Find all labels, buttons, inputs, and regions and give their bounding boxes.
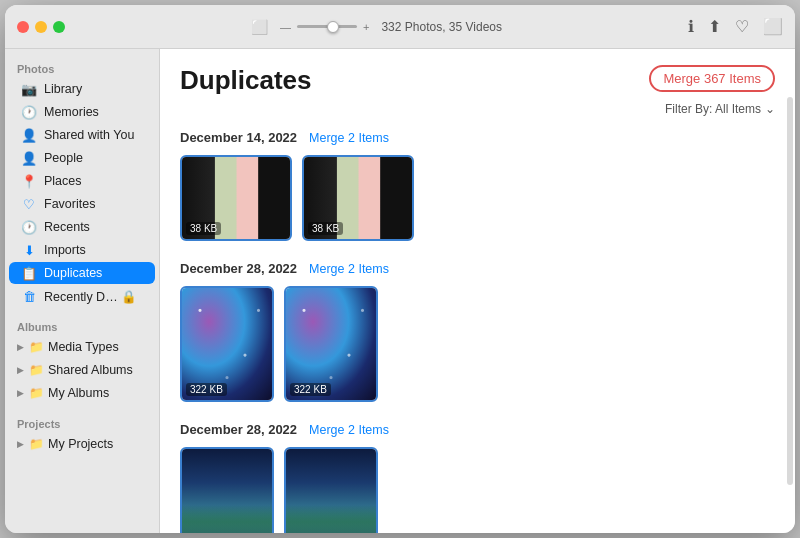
sidebar-label-media-types: Media Types — [48, 340, 119, 354]
scrollbar[interactable] — [787, 97, 793, 484]
expand-icon-2: ▶ — [17, 365, 24, 375]
sidebar-item-shared-albums[interactable]: ▶ 📁 Shared Albums — [9, 359, 155, 381]
sidebar-toggle-icon[interactable]: ⬜ — [251, 19, 268, 35]
sidebar-item-my-albums[interactable]: ▶ 📁 My Albums — [9, 382, 155, 404]
recents-icon: 🕐 — [21, 219, 37, 235]
merge-all-button[interactable]: Merge 367 Items — [649, 65, 775, 92]
sidebar-item-library[interactable]: 📷 Library — [9, 78, 155, 100]
sidebar-label-recents: Recents — [44, 220, 90, 234]
people-icon: 👤 — [21, 150, 37, 166]
expand-icon-4: ▶ — [17, 439, 24, 449]
content-area: Photos 📷 Library 🕐 Memories 👤 Shared wit… — [5, 49, 795, 533]
filter-bar[interactable]: Filter By: All Items ⌄ — [180, 102, 775, 116]
sidebar-label-people: People — [44, 151, 83, 165]
shared-albums-icon: 📁 — [28, 362, 44, 378]
duplicates-icon: 📋 — [21, 265, 37, 281]
shared-icon: 👤 — [21, 127, 37, 143]
sidebar-item-duplicates[interactable]: 📋 Duplicates — [9, 262, 155, 284]
my-albums-icon: 📁 — [28, 385, 44, 401]
minimize-button[interactable] — [35, 21, 47, 33]
recently-deleted-icon: 🗑 — [21, 288, 37, 304]
photo-grid-3 — [180, 447, 775, 533]
photo-label-2b: 322 KB — [290, 383, 331, 396]
share-icon[interactable]: ⬆ — [708, 17, 721, 36]
projects-section-label: Projects — [5, 412, 159, 432]
sidebar-label-library: Library — [44, 82, 82, 96]
sidebar-item-recently-deleted[interactable]: 🗑 Recently D… 🔒 — [9, 285, 155, 307]
photo-thumb-2b[interactable]: 322 KB — [284, 286, 378, 402]
photo-thumb-3a[interactable] — [180, 447, 274, 533]
section-date-2: December 28, 2022 — [180, 261, 297, 276]
favorites-icon: ♡ — [21, 196, 37, 212]
main-header: Duplicates Merge 367 Items — [180, 65, 775, 96]
media-types-icon: 📁 — [28, 339, 44, 355]
info-icon[interactable]: ℹ — [688, 17, 694, 36]
photo-thumb-1a[interactable]: 38 KB — [180, 155, 292, 241]
sidebar-label-memories: Memories — [44, 105, 99, 119]
sidebar-item-media-types[interactable]: ▶ 📁 Media Types — [9, 336, 155, 358]
sidebar-label-places: Places — [44, 174, 82, 188]
sidebar: Photos 📷 Library 🕐 Memories 👤 Shared wit… — [5, 49, 160, 533]
filter-label: Filter By: All Items — [665, 102, 761, 116]
photo-label-1a: 38 KB — [186, 222, 221, 235]
sidebar-label-recently-deleted: Recently D… 🔒 — [44, 289, 137, 304]
section-header-2: December 28, 2022 Merge 2 Items — [180, 261, 775, 276]
merge-link-3[interactable]: Merge 2 Items — [309, 423, 389, 437]
expand-icon: ▶ — [17, 342, 24, 352]
photo-grid-1: 38 KB 38 KB — [180, 155, 775, 241]
albums-section-label: Albums — [5, 315, 159, 335]
my-projects-icon: 📁 — [28, 436, 44, 452]
sidebar-item-my-projects[interactable]: ▶ 📁 My Projects — [9, 433, 155, 455]
photo-grid-2: 322 KB 322 KB — [180, 286, 775, 402]
main-content: Duplicates Merge 367 Items Filter By: Al… — [160, 49, 795, 533]
crop-icon[interactable]: ⬜ — [763, 17, 783, 36]
sidebar-item-places[interactable]: 📍 Places — [9, 170, 155, 192]
expand-icon-3: ▶ — [17, 388, 24, 398]
imports-icon: ⬇ — [21, 242, 37, 258]
merge-link-2[interactable]: Merge 2 Items — [309, 262, 389, 276]
section-date-3: December 28, 2022 — [180, 422, 297, 437]
sidebar-label-imports: Imports — [44, 243, 86, 257]
photo-thumb-3b[interactable] — [284, 447, 378, 533]
close-button[interactable] — [17, 21, 29, 33]
section-header-3: December 28, 2022 Merge 2 Items — [180, 422, 775, 437]
sidebar-item-shared-with-you[interactable]: 👤 Shared with You — [9, 124, 155, 146]
merge-link-1[interactable]: Merge 2 Items — [309, 131, 389, 145]
library-icon: 📷 — [21, 81, 37, 97]
sidebar-item-people[interactable]: 👤 People — [9, 147, 155, 169]
photo-thumb-1b[interactable]: 38 KB — [302, 155, 414, 241]
sidebar-label-favorites: Favorites — [44, 197, 95, 211]
sidebar-item-memories[interactable]: 🕐 Memories — [9, 101, 155, 123]
window-title: 332 Photos, 35 Videos — [381, 20, 502, 34]
sidebar-label-shared: Shared with You — [44, 128, 134, 142]
heart-icon[interactable]: ♡ — [735, 17, 749, 36]
photo-label-1b: 38 KB — [308, 222, 343, 235]
places-icon: 📍 — [21, 173, 37, 189]
memories-icon: 🕐 — [21, 104, 37, 120]
sidebar-label-my-albums: My Albums — [48, 386, 109, 400]
page-title: Duplicates — [180, 65, 312, 96]
titlebar: ⬜ — + 332 Photos, 35 Videos ℹ ⬆ ♡ ⬜ — [5, 5, 795, 49]
photo-thumb-2a[interactable]: 322 KB — [180, 286, 274, 402]
sidebar-item-recents[interactable]: 🕐 Recents — [9, 216, 155, 238]
sidebar-item-imports[interactable]: ⬇ Imports — [9, 239, 155, 261]
photos-section-label: Photos — [5, 57, 159, 77]
maximize-button[interactable] — [53, 21, 65, 33]
sidebar-label-duplicates: Duplicates — [44, 266, 102, 280]
filter-chevron-icon: ⌄ — [765, 102, 775, 116]
zoom-slider[interactable]: — + — [280, 21, 369, 33]
sidebar-label-shared-albums: Shared Albums — [48, 363, 133, 377]
sidebar-item-favorites[interactable]: ♡ Favorites — [9, 193, 155, 215]
section-header-1: December 14, 2022 Merge 2 Items — [180, 130, 775, 145]
sidebar-label-my-projects: My Projects — [48, 437, 113, 451]
photo-label-2a: 322 KB — [186, 383, 227, 396]
section-date-1: December 14, 2022 — [180, 130, 297, 145]
app-window: ⬜ — + 332 Photos, 35 Videos ℹ ⬆ ♡ ⬜ Phot… — [5, 5, 795, 533]
